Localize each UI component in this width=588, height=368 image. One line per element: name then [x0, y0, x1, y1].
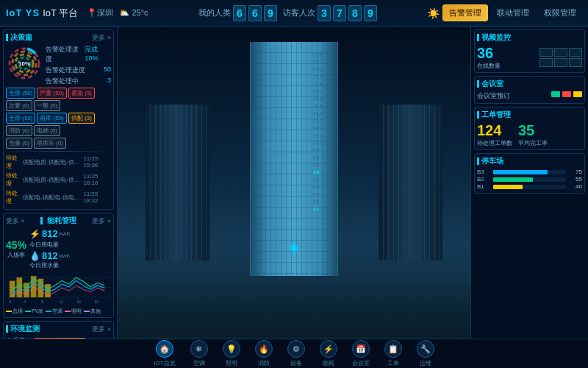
alert2-status: 待处理 [6, 171, 21, 188]
nav-linkage-btn[interactable]: 联动管理 [491, 5, 535, 21]
energy-more-left[interactable]: 更多 » [6, 216, 25, 226]
parking-b1-row: B1 40 [477, 183, 582, 190]
alert1-text: 供配电房-供配电-供电高压过电 [23, 158, 82, 166]
svg-text:8: 8 [41, 300, 43, 304]
electric-stat: ⚡ 812 kwh [29, 228, 111, 239]
meeting-label: 会议室 [352, 359, 370, 367]
energy-stats-right: ⚡ 812 kwh 今日用电量 💧 812 kwh 今日用水量 [29, 228, 111, 269]
meeting-content: 会议室预订 [477, 91, 582, 101]
alert2-time: 11/25 16:16 [83, 173, 111, 186]
decision-more[interactable]: 更多 » [92, 33, 111, 43]
tool-meeting[interactable]: 📅 会议室 [352, 340, 370, 367]
environment-section: 环境监测 更多 » 🌡 温度 182 💧 湿度 182 🌿 PM2.5 [3, 321, 114, 339]
alert-row-3[interactable]: 待处理 供配电-供配电-供电高压过电 11/25 18:32 [6, 189, 111, 205]
parking-b3-row: B3 75 [477, 169, 582, 175]
alert3-time: 11/25 18:32 [83, 191, 111, 204]
svg-text:4: 4 [24, 300, 26, 304]
parking-b2-val: 55 [567, 176, 582, 183]
parking-b2-row: B2 55 [477, 176, 582, 183]
tag-normal[interactable]: 一般 (0) [34, 100, 60, 111]
ops-label: 运维 [420, 359, 431, 367]
counter1-d2: 6 [248, 5, 262, 21]
cam-3[interactable] [569, 48, 582, 57]
ac-icon: ❄ [190, 340, 208, 358]
floor-f28: F28 [313, 52, 322, 59]
alert-row-1[interactable]: 待处理 供配电房-供配电-供电高压过电 11/25 15:06 [6, 154, 111, 170]
alert-row-2[interactable]: 待处理 供配电房-供配电-供电高压过电 11/25 16:16 [6, 171, 111, 188]
tool-overview[interactable]: 🏠 IOT总览 [154, 340, 175, 367]
camera-grid [539, 48, 582, 67]
meeting-booking-label: 会议室预订 [477, 91, 510, 101]
tool-workorder[interactable]: 📋 工单 [384, 340, 402, 367]
location-text: 深圳 [97, 7, 113, 18]
floor-f10: F10 [313, 140, 322, 147]
energy-label: 能耗 [323, 359, 334, 367]
floor-f4: F4 [313, 184, 322, 191]
nav-alert-btn[interactable]: 告警管理 [442, 4, 488, 21]
tag-supply[interactable]: 供配 (3) [68, 113, 95, 124]
alert2-text: 供配电房-供配电-供电高压过电 [23, 176, 82, 184]
legend-other: 其他 [84, 308, 101, 315]
electric-unit: kwh [60, 230, 70, 237]
parking-b3-bg [493, 170, 566, 174]
cam-4[interactable] [539, 58, 553, 67]
floor-f8: F8 [313, 155, 322, 162]
workorder-effect-block: 35 平均完工率 [518, 122, 548, 147]
water-stat: 💧 812 kwh [29, 250, 111, 261]
tag-critical[interactable]: 严重 (50) [37, 88, 66, 99]
parking-title: 停车场 [477, 156, 503, 166]
decision-progress-row: 告警处理进度 完成10% [46, 45, 111, 64]
parking-b1-label: B1 [477, 183, 492, 190]
legend-total: 总用 [6, 308, 23, 315]
floor-f20: F20 [313, 66, 322, 74]
fire-label: 消防 [258, 359, 270, 367]
tool-lighting[interactable]: 💡 照明 [223, 340, 240, 367]
svg-text:12: 12 [59, 300, 63, 304]
tag-minor[interactable]: 次要 (0) [6, 100, 32, 111]
tool-ac[interactable]: ❄ 空调 [190, 340, 208, 367]
alert3-text: 供配电-供配电-供电高压过电 [23, 194, 82, 202]
nav-auth-btn[interactable]: 权限管理 [538, 5, 582, 21]
floor-labels: F28 F21 F20 F19 F18 F17 F16 F15 F14 F13 … [313, 52, 322, 213]
tag-meter[interactable]: 当量 (0) [6, 138, 32, 149]
tag-elevator[interactable]: 电梯 (0) [34, 125, 60, 136]
cam-2[interactable] [554, 48, 567, 57]
svg-rect-10 [16, 277, 22, 297]
energy-more-right[interactable]: 更多 » [92, 216, 111, 226]
tag-total[interactable]: 全部 (50) [6, 88, 35, 99]
alert3-status: 待处理 [6, 189, 21, 205]
tool-ops[interactable]: 🔧 运维 [417, 340, 434, 367]
energy-top: 45% 入场率 ⚡ 812 kwh 今日用电量 💧 812 kwh 今 [6, 228, 111, 269]
tag-fire[interactable]: 消防 (0) [6, 125, 32, 136]
floor-f15: F15 [313, 103, 322, 110]
tag-all2[interactable]: 全部 (53) [6, 113, 35, 124]
ops-icon: 🔧 [417, 340, 434, 358]
left-panel: 决策篇 更多 » 10% [0, 26, 118, 339]
water-label: 今日用水量 [29, 261, 111, 269]
cam-6[interactable] [569, 58, 582, 67]
parking-header: 停车场 [477, 156, 582, 166]
tag-row-2: 全部 (53) 南库 (50) 供配 (3) 消防 (0) 电梯 (0) [6, 113, 111, 136]
cam-5[interactable] [554, 58, 567, 67]
tag-tower[interactable]: 塔库车 (0) [34, 138, 66, 149]
floor-f14: F14 [313, 110, 322, 118]
weather-sun-icon: ☀️ [427, 7, 440, 19]
env-more[interactable]: 更多 » [92, 325, 111, 334]
workorder-active-block: 124 待处理工单数 [477, 122, 512, 147]
floor-f11: F11 [313, 132, 322, 140]
tag-south[interactable]: 南库 (50) [37, 113, 66, 124]
counter1-label: 我的人类 [198, 7, 231, 18]
parking-section: 停车场 B3 75 B2 55 [474, 153, 585, 194]
monitoring-content: 36 在线数量 [477, 45, 582, 70]
tool-energy[interactable]: ⚡ 能耗 [320, 340, 337, 367]
parking-b3-label: B3 [477, 169, 492, 175]
cam-1[interactable] [539, 48, 553, 57]
tool-fire[interactable]: 🔥 消防 [255, 340, 273, 367]
parking-b2-bg [493, 177, 566, 182]
tag-urgent[interactable]: 紧急 (3) [68, 88, 95, 99]
overview-label: IOT总览 [154, 359, 175, 367]
header: IoT YS IoT 平台 📍 深圳 ⛅ 25°c 我的人类 6 6 9 访客人… [0, 0, 588, 26]
parking-b1-val: 40 [567, 183, 582, 190]
occupancy-display: 45% 入场率 [6, 239, 26, 259]
tool-device[interactable]: ⚙ 设备 [287, 340, 305, 367]
